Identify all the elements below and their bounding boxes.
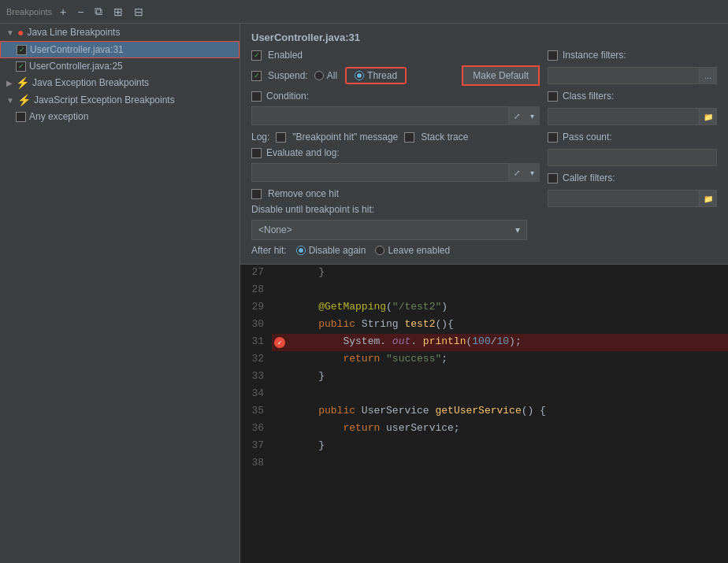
line-code-32: return "success"; (288, 351, 454, 369)
line-gutter-38 (272, 455, 288, 472)
line-number-32: 32 (240, 351, 272, 369)
none-option-label: <None> (258, 224, 292, 235)
caller-input[interactable] (548, 190, 700, 207)
radio-disable-again[interactable]: Disable again (296, 245, 366, 256)
evaluate-input-row: ⤢ ▾ (251, 163, 540, 182)
line-code-37: } (288, 438, 331, 455)
remove-button[interactable]: − (74, 4, 87, 20)
instance-input[interactable] (548, 67, 700, 84)
line-code-33: } (288, 369, 331, 386)
line-gutter-29 (272, 299, 288, 317)
sidebar-item-java-line-breakpoints[interactable]: ▼ ● Java Line Breakpoints (0, 24, 240, 41)
instance-filter-row: Instance filters: (548, 50, 717, 61)
line-number-34: 34 (240, 386, 272, 403)
dropdown-chevron-icon: ▾ (515, 224, 520, 235)
breakpoint-hit-label: "Breakpoint hit" message (292, 131, 398, 143)
line-code-31: System. out. println(100/10); (288, 334, 528, 351)
export-button[interactable]: ⊟ (131, 4, 147, 20)
sidebar-item-any-exception[interactable]: Any exception (0, 109, 240, 124)
config-right-filters: Instance filters: … Class filters: (548, 50, 717, 256)
sidebar-item-js-exception[interactable]: ▼ ⚡ JavaScript Exception Breakpoints (0, 91, 240, 109)
evaluate-row: Evaluate and log: (251, 147, 540, 158)
line-code-30: public String test2(){ (288, 317, 460, 334)
condition-checkbox[interactable] (251, 91, 262, 102)
caller-browse-button[interactable]: 📁 (700, 190, 717, 207)
dropdown-icon[interactable]: ▾ (524, 106, 540, 125)
class-checkbox[interactable] (548, 91, 558, 102)
line-gutter-36 (272, 420, 288, 438)
caller-input-container: 📁 (548, 190, 717, 207)
code-line-31: 31 ✓ System. out. println(100/10); (240, 334, 728, 351)
leave-enabled-label: Leave enabled (388, 245, 450, 256)
right-panel: UserController.java:31 Enabled Suspend: (240, 24, 728, 563)
radio-leave-enabled[interactable]: Leave enabled (375, 245, 450, 256)
code-line-27: 27 } (240, 265, 728, 282)
suspend-checkbox[interactable] (251, 71, 262, 81)
line-gutter-34 (272, 386, 288, 403)
line-number-37: 37 (240, 438, 272, 455)
none-dropdown[interactable]: <None> ▾ (251, 220, 527, 240)
config-main: Enabled Suspend: All (251, 50, 717, 256)
enabled-checkbox[interactable] (251, 50, 262, 61)
breakpoint-check-icon: ✓ (277, 339, 281, 347)
code-line-33: 33 } (240, 369, 728, 386)
class-input[interactable] (548, 108, 700, 125)
code-line-34: 34 (240, 386, 728, 403)
suspend-label: Suspend: (268, 70, 308, 81)
condition-input[interactable] (251, 106, 540, 125)
evaluate-dropdown-icon[interactable]: ▾ (524, 163, 540, 182)
remove-once-row: Remove once hit (251, 188, 540, 199)
pass-count-checkbox[interactable] (548, 132, 558, 143)
line-number-33: 33 (240, 369, 272, 386)
line-code-35: public UserService getUserService() { (288, 403, 552, 420)
make-default-button[interactable]: Make Default (462, 65, 540, 86)
evaluate-expand-icon[interactable]: ⤢ (508, 163, 524, 182)
sidebar-item-usercontroller-25[interactable]: UserController.java:25 (0, 58, 240, 74)
item-checkbox-any[interactable] (16, 112, 26, 122)
copy-button[interactable]: ⧉ (91, 3, 106, 20)
class-browse-button[interactable]: 📁 (700, 108, 717, 125)
caller-checkbox[interactable] (548, 173, 558, 183)
sidebar-item-java-exception[interactable]: ▶ ⚡ Java Exception Breakpoints (0, 74, 240, 91)
pass-count-input-row (548, 149, 717, 166)
line-gutter-37 (272, 438, 288, 455)
remove-once-label: Remove once hit (268, 188, 339, 199)
instance-browse-button[interactable]: … (700, 67, 717, 84)
line-number-31: 31 (240, 334, 272, 351)
item-checkbox-31[interactable] (17, 45, 27, 55)
evaluate-label: Evaluate and log: (266, 147, 340, 158)
instance-input-container: … (548, 67, 717, 84)
log-label: Log: (251, 131, 269, 143)
stack-trace-checkbox[interactable] (404, 132, 414, 143)
disable-again-label: Disable again (309, 245, 366, 256)
expand-icon[interactable]: ⤢ (508, 106, 524, 125)
line-gutter-33 (272, 369, 288, 386)
condition-label: Condition: (266, 91, 309, 102)
import-button[interactable]: ⊞ (110, 4, 126, 20)
caller-filter-row: Caller filters: (548, 172, 717, 183)
instance-label: Instance filters: (563, 50, 626, 61)
config-left: Enabled Suspend: All (251, 50, 540, 256)
disable-again-circle (296, 246, 306, 255)
breakpoint-hit-checkbox[interactable] (276, 132, 286, 143)
line-gutter-31: ✓ (272, 334, 288, 351)
code-line-38: 38 (240, 455, 728, 472)
code-line-30: 30 public String test2(){ (240, 317, 728, 334)
remove-once-checkbox[interactable] (251, 189, 262, 199)
code-line-37: 37 } (240, 438, 728, 455)
item-checkbox-25[interactable] (16, 61, 26, 72)
radio-all[interactable]: All (314, 70, 337, 81)
radio-all-circle (314, 71, 324, 80)
sidebar-item-usercontroller-31[interactable]: UserController.java:31 (0, 41, 240, 58)
radio-thread[interactable]: Thread (345, 67, 407, 84)
instance-checkbox[interactable] (548, 50, 558, 61)
line-code-36: return userService; (288, 420, 466, 438)
evaluate-input[interactable] (251, 163, 540, 182)
stack-trace-label: Stack trace (421, 131, 468, 143)
item-label-31: UserController.java:31 (30, 44, 124, 55)
add-button[interactable]: + (57, 4, 69, 20)
line-number-36: 36 (240, 420, 272, 438)
evaluate-checkbox[interactable] (251, 148, 262, 158)
suspend-radio-group: All Thread (314, 67, 407, 84)
pass-count-input[interactable] (548, 149, 717, 166)
